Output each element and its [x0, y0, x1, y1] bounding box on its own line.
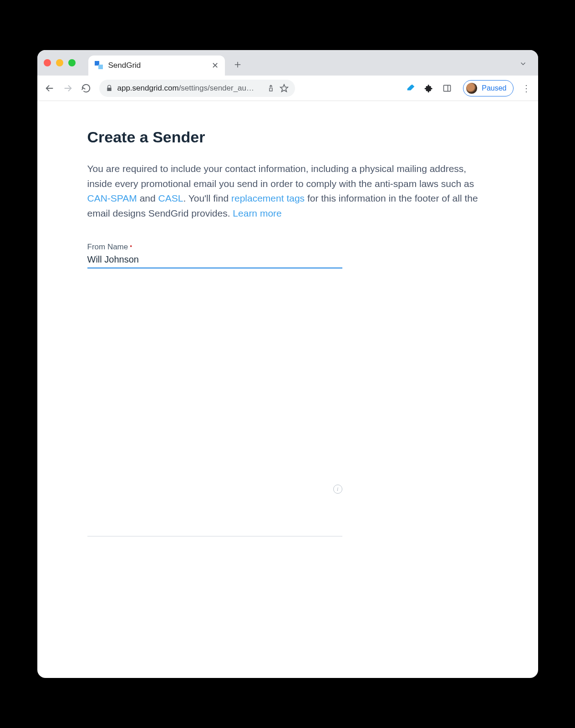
profile-avatar: [465, 82, 478, 95]
nav-reload-button[interactable]: [81, 83, 91, 93]
field-from-email: From Email Address• i: [87, 513, 342, 678]
url-text: app.sendgrid.com/settings/sender_au…: [117, 84, 262, 93]
svg-rect-3: [444, 85, 451, 91]
page-heading: Create a Sender: [87, 128, 488, 146]
tab-title: SendGrid: [108, 61, 141, 70]
share-icon[interactable]: [267, 84, 275, 92]
browser-menu-button[interactable]: ⋮: [522, 83, 531, 94]
browser-toolbar: app.sendgrid.com/settings/sender_au… Pau…: [37, 76, 538, 101]
tab-overflow-button[interactable]: [519, 60, 527, 68]
window-controls: [44, 59, 76, 66]
sender-form: From Name• i From Email Address• i Reply…: [87, 243, 488, 678]
link-learn-more[interactable]: Learn more: [233, 208, 281, 218]
sidepanel-icon[interactable]: [442, 83, 452, 93]
info-icon[interactable]: i: [333, 485, 342, 494]
tab-strip: SendGrid ✕ ＋: [37, 50, 538, 76]
window-close-button[interactable]: [44, 59, 51, 66]
browser-window: SendGrid ✕ ＋ app.sendgrid.com/settings/s…: [37, 50, 538, 678]
intro-text: You are required to include your contact…: [87, 162, 488, 221]
label-from-name: From Name•: [87, 243, 342, 252]
field-from-name: From Name• i: [87, 243, 342, 497]
extension-eraser-icon[interactable]: [406, 83, 416, 93]
bookmark-star-icon[interactable]: [280, 84, 289, 93]
new-tab-button[interactable]: ＋: [232, 57, 243, 71]
sendgrid-favicon-icon: [95, 61, 104, 70]
browser-tab[interactable]: SendGrid ✕: [88, 56, 225, 76]
page-content: Create a Sender You are required to incl…: [37, 101, 538, 678]
link-casl[interactable]: CASL: [158, 193, 183, 203]
nav-back-button[interactable]: [45, 83, 55, 93]
nav-forward-button[interactable]: [63, 83, 73, 93]
lock-icon: [106, 85, 113, 92]
window-minimize-button[interactable]: [56, 59, 63, 66]
window-maximize-button[interactable]: [68, 59, 76, 66]
link-can-spam[interactable]: CAN-SPAM: [87, 193, 137, 203]
profile-chip[interactable]: Paused: [463, 80, 513, 96]
extensions-puzzle-icon[interactable]: [424, 83, 434, 93]
input-from-email[interactable]: [87, 513, 342, 536]
tab-close-icon[interactable]: ✕: [212, 61, 219, 71]
profile-status: Paused: [482, 84, 506, 92]
address-bar[interactable]: app.sendgrid.com/settings/sender_au…: [99, 80, 295, 97]
input-from-name[interactable]: [87, 253, 342, 268]
link-replacement-tags[interactable]: replacement tags: [231, 193, 305, 203]
svg-marker-2: [280, 84, 288, 91]
